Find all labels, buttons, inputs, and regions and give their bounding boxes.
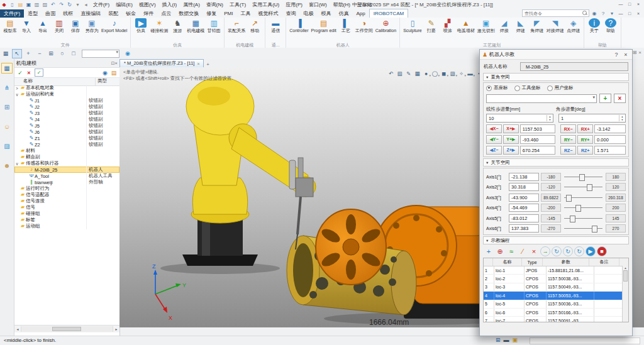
ribbon-button[interactable]: ◑ 工作空间 [354,18,374,33]
pick-arrow-icon[interactable]: ↖ [12,49,22,58]
ribbon-tab[interactable]: 电极 [299,9,317,18]
joint-slider[interactable] [563,183,604,190]
add-frame-button[interactable]: + [599,94,611,103]
rot-plus-button[interactable]: RZ+ [577,146,593,155]
table-scrollbar[interactable]: ▴ [622,266,628,322]
ribbon-tab[interactable]: 装配 [104,9,122,18]
tree-row[interactable]: ▰ 材料 [14,148,119,154]
joint-value-field[interactable]: -43.900 [509,194,539,202]
angular-step-input[interactable]: 1 ▴▾ [558,114,626,123]
manager-tree-icon[interactable]: ⋔ [1,82,13,93]
expand-toggle[interactable]: > [14,86,19,90]
ribbon-button[interactable]: ◥ 对接焊缝 [545,18,565,33]
menu-item[interactable]: 工具(T) [226,1,249,8]
box-pick-icon[interactable]: □ [69,49,79,58]
cancel-icon[interactable]: × [25,68,33,77]
minimize-button[interactable]: — [616,1,625,8]
palette-icon[interactable]: ▦ [413,70,421,77]
apply-check-icon[interactable]: ✓ [35,68,43,77]
hierarchy-icon[interactable]: ⊞ [1,102,13,112]
dock-panel-icon[interactable]: ⊞ [633,50,637,55]
tree-row[interactable]: ▰ 耦合副 [14,154,119,160]
cartesian-value-field[interactable]: 1157.503 [520,124,556,133]
shade-sphere-icon[interactable]: ● [422,70,430,77]
coord-radio[interactable]: 用户坐标 [547,85,574,91]
tree-row[interactable]: ✎ Z1 铰链副 [14,135,119,141]
joint-value-field[interactable]: 30.318 [509,183,539,191]
cartesian-value-field[interactable]: 670.254 [520,146,556,155]
ribbon-button[interactable]: ▌ 工艺 [338,18,354,33]
texture-icon[interactable]: ▨ [448,70,457,77]
close-panel-icon[interactable]: × [638,50,641,55]
ribbon-button[interactable]: ▣ 另存为 [84,18,100,33]
jog-plus-button[interactable]: X+▶ [503,124,519,133]
cartesian-value-field[interactable]: -93.460 [520,135,556,144]
menu-item[interactable]: 窗口(W) [306,1,330,8]
monitor-icon[interactable]: ▬ [504,337,509,343]
slider-thumb[interactable] [592,226,597,233]
ribbon-button[interactable]: ✎ 打磨 [423,18,440,33]
teach-line-icon[interactable]: ⁄ [518,247,528,256]
ribbon-tab[interactable]: 曲面 [42,9,59,18]
joint-value-field[interactable]: 137.383 [509,224,539,233]
task-window-icon[interactable]: ▣ [513,337,518,343]
cube-view-icon[interactable]: ◼ [440,70,448,77]
ribbon-button[interactable]: ▯ Sculpture [402,18,423,33]
ribbon-tab[interactable]: 工具 [236,9,254,18]
tree-row[interactable]: ✎ J4 铰链副 [14,116,119,123]
joint-slider[interactable] [563,225,604,232]
menu-item[interactable]: 实用工具(U) [249,1,282,8]
ribbon-tab[interactable]: 文件(F) [0,9,24,18]
tree-row[interactable]: ∥ bianweiji 外部轴 [14,179,119,185]
tree-row[interactable]: v ▰ 运动副和约束 [14,91,119,97]
add-entity-icon[interactable]: ⊞ [46,49,56,58]
delete-point-icon[interactable]: × [529,247,539,256]
rotation-value-field[interactable]: 0.000 [594,135,626,144]
plot-icon[interactable]: ▨ [42,1,48,8]
menu-item[interactable]: 属性(A) [180,1,203,8]
table-row[interactable]: 5 loc-5 CPOS 1157.50036,-93... [484,300,628,309]
tree-row[interactable]: ♪ M-20iB_25 机器人 [14,167,119,173]
wireframe-icon[interactable]: ◯ [431,70,439,77]
panel-help-icon[interactable]: ? [613,52,620,58]
tree-row[interactable]: ▰ 信号适配器 [14,192,119,198]
ribbon-button[interactable]: ◣ 焊缝 [513,18,529,33]
joint-slider[interactable] [563,204,604,211]
loop-icon[interactable]: ↻ [563,246,573,256]
rotation-value-field[interactable]: -3.142 [594,124,626,133]
slider-thumb[interactable] [566,195,572,202]
ribbon-button[interactable]: ▐ Controller [288,18,309,33]
section-cartesian[interactable]: ▼ 直角空间 [483,73,629,81]
scroll-thumb[interactable] [52,327,81,331]
mechatronics-tab-icon[interactable]: ▦ [1,63,13,74]
panel-close-icon[interactable]: × [622,52,630,58]
close-button[interactable]: × [634,1,643,8]
redo-icon[interactable]: ↷ [58,1,65,8]
customize-dropdown-icon[interactable]: ▾ [74,1,81,8]
joint-slider[interactable] [563,215,604,222]
table-row[interactable]: 2 loc-2 CPOS 1157.50038,-93... [484,275,628,283]
ribbon-tab[interactable]: 钣金 [122,9,140,18]
ribbon-button[interactable]: ↗ 移动 [247,18,263,33]
tree-row[interactable]: Ψ A_Tool 机器人工具 [14,173,119,179]
mute-icon[interactable]: ◂ [82,1,89,8]
table-row[interactable]: 4 loc-4 CPOS 1157.50053,-93... [484,292,628,300]
globe-icon[interactable]: ◉ [591,10,598,17]
pencil-icon[interactable]: ✎ [404,70,413,77]
tree-row[interactable]: ▰ 信号连接 [14,198,119,204]
app-logo-icon[interactable]: ◆ [1,1,8,8]
tree-row[interactable]: ✎ Z2 铰链副 [14,141,119,148]
menu-item[interactable]: 视图(V) [136,1,159,8]
section-teach-program[interactable]: ▼ 示教编程 [483,236,629,244]
ribbon-tab[interactable]: 焊件 [140,9,157,18]
coord-radio[interactable]: 基座标 [486,85,508,91]
tree-row[interactable]: ✎ J5 铰链副 [14,123,119,129]
expand-toggle[interactable]: v [14,162,19,166]
tree-row[interactable]: ▰ 信号 [14,204,119,211]
jog-minus-button[interactable]: ◀X− [486,124,502,133]
ribbon-button[interactable]: ♪ Export Model [100,18,128,33]
ribbon-button[interactable]: ♞ 漫游 [169,18,186,33]
compass-icon[interactable]: ✧ [457,70,465,77]
ribbon-tab[interactable]: 仿真 [335,9,352,18]
document-tab[interactable]: * M_20iB变位机焊接程序.Z3 - [11] × [119,59,204,67]
